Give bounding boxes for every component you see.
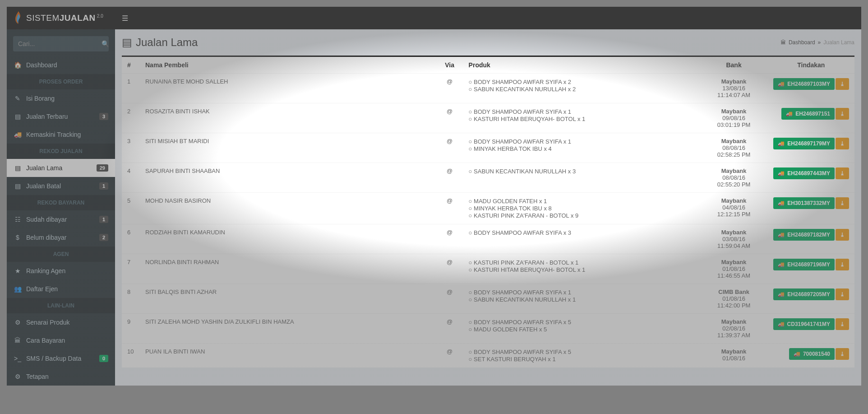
cell-via: @ xyxy=(436,224,463,254)
dollar-icon: $ xyxy=(14,234,22,241)
col-tindakan: Tindakan xyxy=(768,57,854,74)
gear-icon: ⚙ xyxy=(14,373,22,380)
download-button[interactable]: ⤓ xyxy=(836,78,849,90)
tracking-button[interactable]: 🚚 EH246897196MY xyxy=(773,259,835,270)
sidebar-item-label: Jualan Lama xyxy=(26,164,62,172)
sidebar-item-ranking-agen[interactable]: ★ Ranking Agen xyxy=(7,262,115,280)
product-line: ○ KASTURI PINK ZA'FARAN - BOTOL x 9 xyxy=(469,212,695,219)
sidebar-item-belum-dibayar[interactable]: $ Belum dibayar 2 xyxy=(7,228,115,247)
sidebar-item-senarai-produk[interactable]: ⚙ Senarai Produk xyxy=(7,313,115,331)
product-line: ○ SABUN KECANTIKAN NURULLAH x 2 xyxy=(469,86,695,93)
product-line: ○ BODY SHAMPOO AWFAR SYIFA x 1 xyxy=(469,138,695,145)
tracking-button[interactable]: 🚚 EH246897443MY xyxy=(773,167,835,179)
col-no: # xyxy=(122,57,140,74)
edit-icon: ✎ xyxy=(14,95,22,102)
table-row: 6RODZIAH BINTI KAMARUDIN@○ BODY SHAMPOO … xyxy=(122,224,854,254)
download-icon: ⤓ xyxy=(840,170,845,177)
cell-nama: SITI BALQIS BINTI AZHAR xyxy=(140,284,436,314)
product-line: ○ SET KASTURI BERUQYAH x 1 xyxy=(469,356,695,363)
sidebar-item-kemaskini-tracking[interactable]: 🚚 Kemaskini Tracking xyxy=(7,126,115,144)
truck-icon: 🚚 xyxy=(778,232,785,238)
bank-icon: 🏛 xyxy=(14,337,22,344)
cell-tindakan: 🚚 EH246897179MY⤓ xyxy=(768,133,854,163)
truck-icon: 🚚 xyxy=(778,81,785,87)
tracking-button[interactable]: 🚚 EH301387332MY xyxy=(773,197,835,209)
sidebar-item-label: Isi Borang xyxy=(26,95,55,102)
cell-produk: ○ BODY SHAMPOO AWFAR SYIFA x 5○ SET KAST… xyxy=(463,344,700,368)
product-line: ○ MINYAK HERBA TOK IBU x 8 xyxy=(469,205,695,212)
download-icon: ⤓ xyxy=(840,200,845,206)
cell-bank: Maybank02/08/1611:39:37 AM xyxy=(700,314,768,344)
download-button[interactable]: ⤓ xyxy=(836,138,849,149)
cell-nama: PUAN ILA BINTI IWAN xyxy=(140,344,436,368)
download-icon: ⤓ xyxy=(840,140,845,147)
product-line: ○ BODY SHAMPOO AWFAR SYIFA x 3 xyxy=(469,229,695,236)
menu-toggle-icon[interactable]: ☰ xyxy=(122,14,128,23)
table-row: 1RUNAINA BTE MOHD SALLEH@○ BODY SHAMPOO … xyxy=(122,74,854,103)
tracking-button[interactable]: 🚚 EH246897205MY xyxy=(773,288,835,300)
download-button[interactable]: ⤓ xyxy=(836,259,849,270)
sidebar-item-label: Daftar Ejen xyxy=(26,285,58,293)
sidebar-item-isi-borang[interactable]: ✎ Isi Borang xyxy=(7,89,115,107)
sidebar-item-daftar-ejen[interactable]: 👥 Daftar Ejen xyxy=(7,280,115,298)
cubes-icon: ⚙ xyxy=(14,319,22,326)
list-icon: ▤ xyxy=(14,113,22,120)
download-button[interactable]: ⤓ xyxy=(836,167,849,179)
product-line: ○ BODY SHAMPOO AWFAR SYIFA x 1 xyxy=(469,108,695,115)
app-name-light: SISTEM xyxy=(26,13,60,23)
sidebar-item-dashboard[interactable]: 🏠 Dashboard xyxy=(7,56,115,74)
tracking-button[interactable]: 🚚 700081540 xyxy=(789,348,835,360)
sidebar-item-sudah-dibayar[interactable]: ☷ Sudah dibayar 1 xyxy=(7,210,115,228)
cell-bank: Maybank01/08/16 xyxy=(700,344,768,368)
badge: 2 xyxy=(99,234,108,241)
download-button[interactable]: ⤓ xyxy=(836,348,849,360)
sidebar-item-label: Senarai Produk xyxy=(26,319,70,326)
truck-icon: 🚚 xyxy=(778,261,785,268)
search-input[interactable] xyxy=(14,37,102,51)
tracking-button[interactable]: 🚚 EH246897151 xyxy=(781,108,835,120)
sidebar-item-tetapan[interactable]: ⚙ Tetapan xyxy=(7,367,115,386)
tracking-button[interactable]: 🚚 EH246897179MY xyxy=(773,138,835,149)
star-icon: ★ xyxy=(14,267,22,274)
sidebar-header-lain: LAIN-LAIN xyxy=(7,298,115,313)
sidebar-item-label: Dashboard xyxy=(26,61,57,69)
sidebar-item-jualan-batal[interactable]: ▤ Jualan Batal 1 xyxy=(7,177,115,195)
truck-icon: 🚚 xyxy=(786,111,793,117)
table-row: 2ROSAZITA BINTI ISHAK@○ BODY SHAMPOO AWF… xyxy=(122,103,854,133)
cell-produk: ○ BODY SHAMPOO AWFAR SYIFA x 5○ MADU GOL… xyxy=(463,314,700,344)
bars-icon: ☷ xyxy=(14,216,22,223)
cell-bank: Maybank03/08/1611:59:04 AM xyxy=(700,224,768,254)
search-box: 🔍 xyxy=(13,36,109,51)
list-icon: ▤ xyxy=(122,36,132,49)
orders-table: # Nama Pembeli Via Produk Bank Tindakan … xyxy=(122,57,854,367)
download-button[interactable]: ⤓ xyxy=(836,229,849,241)
download-button[interactable]: ⤓ xyxy=(836,197,849,209)
col-via: Via xyxy=(436,57,463,74)
breadcrumb-current: Jualan Lama xyxy=(823,39,854,46)
download-icon: ⤓ xyxy=(840,351,845,357)
cell-nama: MOHD NASIR BASIRON xyxy=(140,193,436,224)
download-icon: ⤓ xyxy=(840,232,845,238)
app-logo[interactable]: SISTEMJUALAN 2.0 xyxy=(14,11,122,25)
sidebar-header-proses: PROSES ORDER xyxy=(7,74,115,89)
sidebar-item-sms-backup[interactable]: >_ SMS / Backup Data 0 xyxy=(7,349,115,367)
tracking-button[interactable]: 🚚 CD319641741MY xyxy=(773,318,835,330)
truck-icon: 🚚 xyxy=(778,321,785,327)
download-icon: ⤓ xyxy=(840,261,845,268)
download-button[interactable]: ⤓ xyxy=(836,318,849,330)
tracking-button[interactable]: 🚚 EH246897182MY xyxy=(773,229,835,241)
product-line: ○ BODY SHAMPOO AWFAR SYIFA x 1 xyxy=(469,289,695,296)
cell-produk: ○ KASTURI PINK ZA'FARAN - BOTOL x 1○ KAS… xyxy=(463,254,700,284)
sidebar-item-cara-bayaran[interactable]: 🏛 Cara Bayaran xyxy=(7,331,115,349)
sidebar-item-jualan-terbaru[interactable]: ▤ Jualan Terbaru 3 xyxy=(7,107,115,126)
badge: 29 xyxy=(97,164,108,172)
breadcrumb-dashboard[interactable]: Dashboard xyxy=(789,39,815,46)
sidebar-item-label: Cara Bayaran xyxy=(26,337,65,344)
truck-icon: 🚚 xyxy=(778,200,785,206)
search-button[interactable]: 🔍 xyxy=(102,37,109,51)
download-button[interactable]: ⤓ xyxy=(836,288,849,300)
tracking-button[interactable]: 🚚 EH246897103MY xyxy=(773,78,835,90)
sidebar-item-label: SMS / Backup Data xyxy=(26,355,81,362)
sidebar-item-jualan-lama[interactable]: ▤ Jualan Lama 29 xyxy=(7,159,115,177)
download-button[interactable]: ⤓ xyxy=(836,108,849,120)
